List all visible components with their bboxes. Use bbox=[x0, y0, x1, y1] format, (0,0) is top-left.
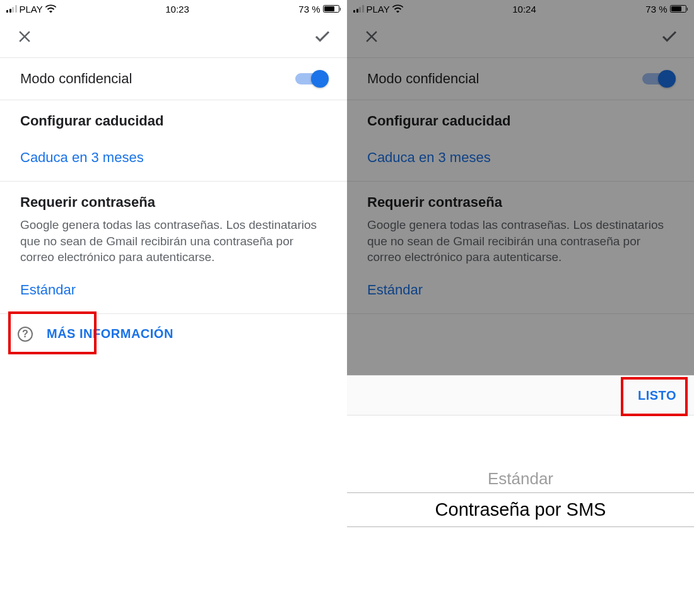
wifi-icon bbox=[392, 4, 403, 15]
battery-pct: 73 % bbox=[298, 4, 320, 15]
status-bar: PLAY 10:23 73 % bbox=[0, 0, 347, 18]
battery-icon bbox=[323, 5, 341, 13]
confidential-mode-label: Modo confidencial bbox=[367, 71, 479, 87]
battery-icon bbox=[670, 5, 688, 13]
help-icon: ? bbox=[18, 327, 33, 342]
password-value[interactable]: Estándar bbox=[367, 279, 423, 301]
battery-pct: 73 % bbox=[645, 4, 667, 15]
password-body: Google genera todas las contraseñas. Los… bbox=[367, 217, 674, 265]
more-info-label: MÁS INFORMACIÓN bbox=[47, 327, 174, 341]
expiry-title: Configurar caducidad bbox=[20, 113, 327, 129]
screen-left: PLAY 10:23 73 % Modo confidencial Config… bbox=[0, 0, 347, 616]
signal-icon bbox=[6, 5, 17, 13]
picker-wheel[interactable]: Estándar Contraseña por SMS bbox=[347, 465, 694, 527]
confirm-icon[interactable] bbox=[313, 27, 332, 49]
password-section: Requerir contraseña Google genera todas … bbox=[347, 182, 694, 314]
password-title: Requerir contraseña bbox=[20, 194, 327, 211]
header bbox=[347, 18, 694, 58]
confidential-mode-label: Modo confidencial bbox=[20, 71, 132, 87]
expiry-value[interactable]: Caduca en 3 meses bbox=[20, 147, 144, 168]
confidential-mode-row[interactable]: Modo confidencial bbox=[347, 58, 694, 100]
expiry-title: Configurar caducidad bbox=[367, 113, 674, 129]
carrier-label: PLAY bbox=[367, 4, 390, 15]
wifi-icon bbox=[45, 4, 56, 15]
expiry-section: Configurar caducidad Caduca en 3 meses bbox=[347, 100, 694, 182]
close-icon[interactable] bbox=[362, 27, 381, 49]
expiry-value[interactable]: Caduca en 3 meses bbox=[367, 147, 491, 168]
header bbox=[0, 18, 347, 58]
confidential-toggle[interactable] bbox=[642, 73, 674, 84]
status-right: 73 % bbox=[645, 4, 688, 15]
picker-option-sms[interactable]: Contraseña por SMS bbox=[347, 493, 694, 526]
status-right: 73 % bbox=[298, 4, 341, 15]
password-value[interactable]: Estándar bbox=[20, 279, 76, 301]
done-button[interactable]: LISTO bbox=[634, 386, 680, 405]
picker-toolbar: LISTO bbox=[347, 375, 694, 416]
expiry-section: Configurar caducidad Caduca en 3 meses bbox=[0, 100, 347, 182]
clock: 10:23 bbox=[165, 4, 189, 15]
password-body: Google genera todas las contraseñas. Los… bbox=[20, 217, 327, 265]
confirm-icon[interactable] bbox=[660, 27, 679, 49]
picker-divider bbox=[347, 526, 694, 527]
close-icon[interactable] bbox=[15, 27, 34, 49]
password-title: Requerir contraseña bbox=[367, 194, 674, 211]
carrier-label: PLAY bbox=[20, 4, 43, 15]
clock: 10:24 bbox=[512, 4, 536, 15]
status-left: PLAY bbox=[6, 4, 56, 15]
screen-right: PLAY 10:24 73 % Modo confidencial Config… bbox=[347, 0, 694, 616]
confidential-mode-row[interactable]: Modo confidencial bbox=[0, 58, 347, 100]
status-left: PLAY bbox=[353, 4, 403, 15]
signal-icon bbox=[353, 5, 364, 13]
password-section: Requerir contraseña Google genera todas … bbox=[0, 182, 347, 314]
picker-option-standard[interactable]: Estándar bbox=[347, 465, 694, 492]
confidential-toggle[interactable] bbox=[295, 73, 327, 84]
status-bar: PLAY 10:24 73 % bbox=[347, 0, 694, 18]
more-info-row[interactable]: ? MÁS INFORMACIÓN bbox=[0, 314, 347, 354]
